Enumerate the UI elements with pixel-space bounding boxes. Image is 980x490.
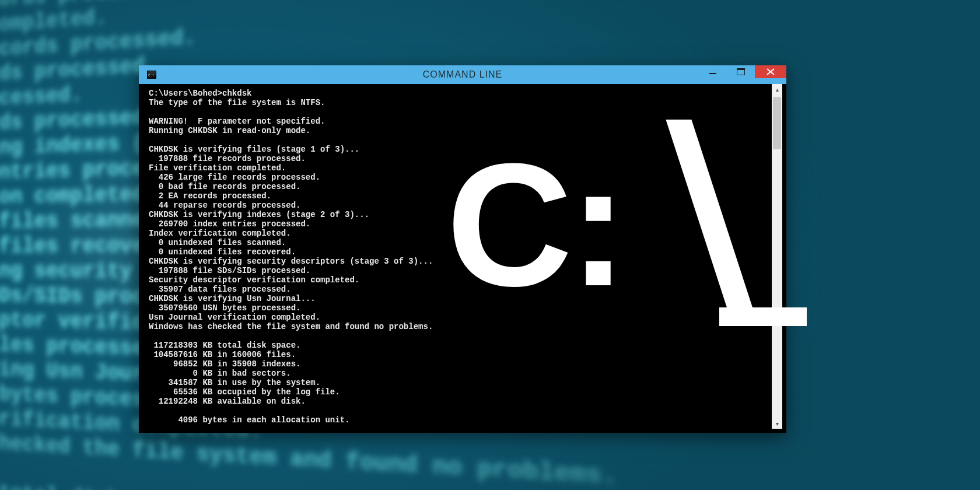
- scroll-thumb[interactable]: [773, 97, 781, 149]
- svg-rect-0: [709, 73, 716, 74]
- scroll-down-arrow-icon[interactable]: ▾: [772, 418, 782, 429]
- command-line-window: COMMAND LINE C:\Users\Bohed>chkdsk The t…: [139, 65, 786, 433]
- scroll-up-arrow-icon[interactable]: ▴: [772, 84, 782, 94]
- vertical-scrollbar[interactable]: ▴ ▾: [772, 84, 782, 429]
- close-button[interactable]: [755, 65, 786, 78]
- cmd-app-icon: [147, 71, 156, 79]
- window-title: COMMAND LINE: [139, 69, 786, 80]
- window-controls: [699, 65, 786, 79]
- maximize-icon: [737, 68, 745, 75]
- close-icon: [766, 68, 775, 75]
- terminal-output[interactable]: C:\Users\Bohed>chkdsk The type of the fi…: [149, 89, 768, 424]
- titlebar[interactable]: COMMAND LINE: [139, 65, 786, 84]
- minimize-button[interactable]: [699, 65, 727, 78]
- minimize-icon: [709, 68, 716, 75]
- maximize-button[interactable]: [727, 65, 755, 78]
- svg-rect-2: [737, 68, 745, 70]
